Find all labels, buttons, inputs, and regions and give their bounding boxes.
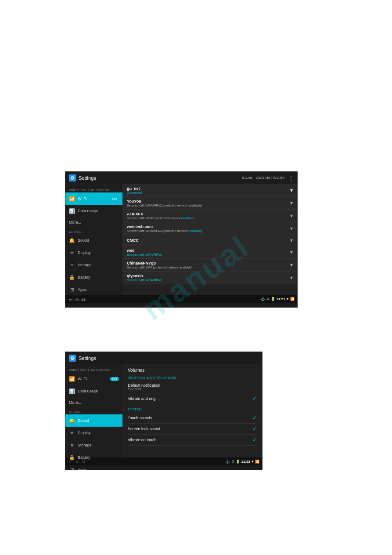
sound-settings-content: Volumes RINGTONE & NOTIFICATIONS Default… (122, 364, 262, 457)
sound-item-default-notification[interactable]: Default notification Pine Dust (128, 381, 257, 393)
wifi-toggle-label: ON (110, 377, 119, 381)
sound-icon: 🔔 (69, 417, 75, 424)
sidebar-item-storage[interactable]: ≡ Storage (65, 439, 122, 451)
item-name: Default notification (128, 383, 257, 388)
network-name: YouYou (127, 199, 288, 203)
network-info: ChinaNet-NYgp Secured with WPA (protecte… (127, 261, 288, 269)
status-indicators: ⚓ ⚙ 🔋 11:51 ▾ 📶 (261, 297, 295, 301)
system-section-label: SYSTEM (128, 408, 257, 411)
sidebar-item-wifi[interactable]: 📶 Wi-Fi ON (65, 192, 122, 205)
sidebar-item-battery[interactable]: 🔒 Battery (65, 271, 122, 283)
scan-button[interactable]: SCAN (242, 176, 252, 180)
sound-item-touch-sounds[interactable]: Touch sounds ✓ (128, 413, 257, 424)
more-label: More... (69, 220, 81, 225)
sound-item-vibrate-ring[interactable]: Vibrate and ring ✓ (128, 393, 257, 404)
sidebar-item-apps[interactable]: ⊞ Apps (65, 283, 122, 296)
network-item-cmcc[interactable]: CMCC ▾ (122, 235, 297, 246)
data-usage-label: Data usage (78, 209, 98, 213)
sidebar-item-data-usage[interactable]: 📊 Data usage (65, 205, 122, 217)
network-name: gu_net (127, 186, 288, 191)
apps-label: Apps (78, 468, 87, 470)
sidebar-item-sound[interactable]: 🔔 Sound (65, 234, 122, 247)
sidebar-item-wifi[interactable]: 📶 Wi-Fi ON (65, 373, 122, 385)
wifi-icon: 📶 (69, 376, 75, 382)
sidebar-item-storage[interactable]: ≡ Storage (65, 259, 122, 271)
nav-buttons: ← ○ □ (68, 297, 85, 301)
item-sub: Pine Dust (128, 388, 257, 391)
wifi-signal-icon: ▾ (290, 200, 293, 206)
back-button[interactable]: ← (68, 297, 72, 301)
sidebar: WIRELESS & NETWORKS 📶 Wi-Fi ON 📊 Data us… (65, 184, 122, 295)
network-item-chinanet[interactable]: ChinaNet-NYgp Secured with WPA (protecte… (122, 259, 297, 272)
network-name: A10-XFX (127, 212, 288, 216)
wifi-label: Wi-Fi (78, 377, 87, 381)
sidebar-item-sound[interactable]: 🔔 Sound (65, 414, 122, 427)
home-button[interactable]: ○ (76, 459, 79, 464)
recents-button[interactable]: □ (82, 297, 85, 301)
sound-main: Volumes RINGTONE & NOTIFICATIONS Default… (122, 364, 262, 449)
device-section-label: DEVICE (65, 228, 122, 234)
apps-icon: ⊞ (69, 287, 75, 293)
network-item-gu-net[interactable]: gu_net Connected ▾ (122, 184, 297, 197)
display-label: Display (78, 431, 91, 435)
sidebar-item-more[interactable]: More... (65, 397, 122, 408)
checkmark-icon: ✓ (252, 437, 257, 443)
wifi-signal-icon: ▾ (290, 213, 293, 219)
checkmark-icon: ✓ (252, 415, 257, 421)
sidebar-item-more[interactable]: More... (65, 217, 122, 228)
usb-icon: ⚓ (226, 460, 230, 464)
wifi-signal-icon: ▾ (290, 225, 293, 232)
data-usage-icon: 📊 (69, 388, 75, 394)
network-list: gu_net Connected ▾ YouYou Secured with W… (122, 184, 297, 284)
display-icon: ☀ (69, 430, 75, 436)
sidebar-item-display[interactable]: ☀ Display (65, 427, 122, 439)
sound-item-text: Default notification Pine Dust (128, 383, 257, 391)
back-button[interactable]: ← (68, 459, 72, 464)
network-name: qiyanxin (127, 274, 288, 278)
device-section-label: DEVICE (65, 408, 122, 414)
network-status: Secured with WPA (protected network avai… (127, 266, 288, 269)
more-options-icon[interactable]: ⋮ (288, 175, 294, 181)
item-name: Screen lock sound (128, 427, 252, 431)
sidebar-item-display[interactable]: ☀ Display (65, 247, 122, 259)
sound-item-vibrate-on-touch[interactable]: Vibrate on touch ✓ (128, 435, 257, 446)
item-name: Vibrate and ring (128, 396, 252, 401)
settings-icon (69, 355, 76, 362)
settings-body: WIRELESS & NETWORKS 📶 Wi-Fi ON 📊 Data us… (65, 364, 262, 457)
apps-label: Apps (78, 287, 87, 292)
network-item-youyou[interactable]: YouYou Secured with WPA/WPA2 (protected … (122, 197, 297, 210)
battery-status-icon: 🔋 (236, 460, 240, 464)
sound-item-text: Vibrate and ring (128, 396, 252, 401)
svg-point-3 (72, 358, 73, 359)
network-item-a10xfx[interactable]: A10-XFX Secured with WPA2 (protected net… (122, 210, 297, 222)
wifi-signal-icon: ▾ (290, 262, 293, 268)
svg-point-1 (72, 178, 73, 178)
settings-icon (69, 174, 76, 181)
wifi-label: Wi-Fi (78, 196, 87, 201)
network-status: Secured with WPA/WPA2 (127, 253, 288, 256)
signal-icon: ▾ (287, 297, 289, 301)
wifi-toggle[interactable]: ON (110, 197, 119, 201)
ringtone-section-label: RINGTONE & NOTIFICATIONS (128, 376, 257, 379)
sidebar-item-apps[interactable]: ⊞ Apps (65, 464, 122, 470)
sound-label: Sound (78, 238, 89, 243)
storage-label: Storage (78, 443, 92, 447)
screenshot-sound-settings: Settings WIRELESS & NETWORKS 📶 Wi-Fi ON … (65, 352, 263, 470)
add-network-button[interactable]: ADD NETWORK (256, 176, 285, 180)
settings-header: Settings SCAN ADD NETWORK ⋮ (65, 172, 297, 184)
network-info: wsd Secured with WPA/WPA2 (127, 248, 288, 256)
wireless-section-label: WIRELESS & NETWORKS (65, 366, 122, 373)
storage-icon: ≡ (69, 262, 75, 268)
sound-item-screen-lock-sound[interactable]: Screen lock sound ✓ (128, 424, 257, 435)
home-button[interactable]: ○ (76, 297, 79, 301)
wifi-toggle[interactable]: ON (110, 377, 119, 381)
settings-title: Settings (79, 355, 259, 361)
status-indicators: ⚓ ⚙ 🔋 11:52 ▾ 📶 (226, 459, 259, 464)
recents-button[interactable]: □ (82, 459, 85, 464)
network-item-weistech[interactable]: weistech.com Secured with WPA/WPA2 (prot… (122, 222, 297, 235)
network-item-wsd[interactable]: wsd Secured with WPA/WPA2 ▾ (122, 246, 297, 259)
storage-label: Storage (78, 263, 92, 267)
wifi-status-icon: 📶 (290, 297, 295, 301)
network-item-qiyanxin[interactable]: qiyanxin Secured with WPA/WPA2 ▾ (122, 272, 297, 284)
sidebar-item-data-usage[interactable]: 📊 Data usage (65, 385, 122, 397)
